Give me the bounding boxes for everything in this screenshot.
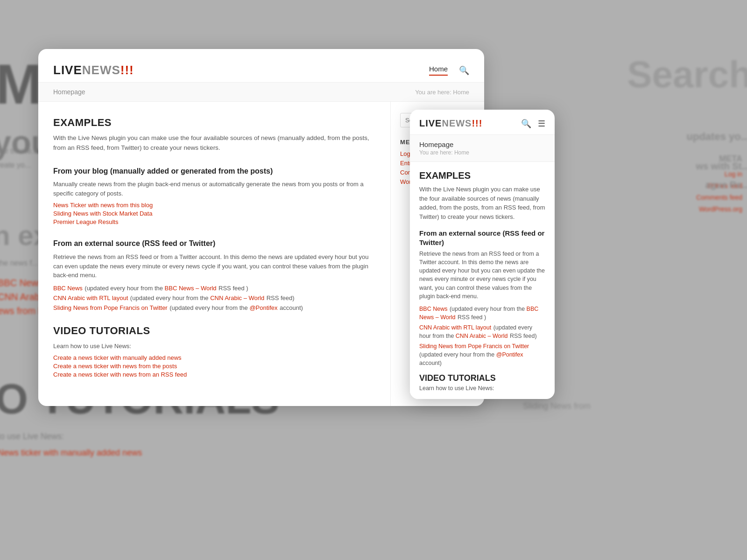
bbc-mid: (updated every hour from the [85, 285, 164, 292]
mobile-cnn-line: CNN Arabic with RTL layout (updated ever… [419, 323, 545, 340]
logo-exclaim-text: !!! [120, 63, 134, 77]
mobile-menu-icon[interactable]: ☰ [538, 119, 545, 129]
bbc-world-link[interactable]: BBC News – World [165, 285, 217, 292]
desktop-header: LIVE NEWS !!! Home 🔍 [38, 49, 484, 83]
mobile-cnn-end: RSS feed) [510, 333, 537, 339]
mobile-cnn-world-link[interactable]: CNN Arabic – World [456, 333, 508, 339]
mobile-cnn-link[interactable]: CNN Arabic with RTL layout [419, 324, 491, 331]
cnn-world-link[interactable]: CNN Arabic – World [210, 294, 264, 301]
mobile-window: LIVE NEWS !!! 🔍 ☰ Homepage You are here:… [410, 110, 555, 399]
video-section: VIDEO TUTORIALS Learn how to use Live Ne… [53, 325, 375, 378]
pontifex-link[interactable]: @Pontifex [249, 304, 277, 311]
from-blog-desc: Manually create news from the plugin bac… [53, 180, 375, 198]
mobile-breadcrumb-sub: You are here: Home [419, 149, 545, 156]
search-icon[interactable]: 🔍 [459, 65, 469, 76]
mobile-bbc-line: BBC News (updated every hour from the BB… [419, 304, 545, 321]
mobile-sliding-link[interactable]: Sliding News from Pope Francis on Twitte… [419, 343, 529, 350]
logo-live-text: LIVE [53, 63, 82, 77]
mobile-external-desc: Retrieve the news from an RSS feed or fr… [419, 250, 545, 301]
sliding-mid: (updated every hour from the [169, 304, 249, 311]
from-blog-link2[interactable]: Sliding News with Stock Market Data [53, 210, 375, 217]
video-link1[interactable]: Create a news ticker with manually added… [53, 354, 375, 361]
nav-home-link[interactable]: Home [429, 65, 448, 76]
bg-meta-comments: Comments feed [696, 194, 742, 201]
desktop-breadcrumb-bar: Homepage You are here: Home [38, 83, 484, 102]
bg-right-sliding2: ague Re... [705, 180, 747, 190]
external-title: From an external source (RSS feed or Twi… [53, 238, 375, 249]
sliding-line: Sliding News from Pope Francis on Twitte… [53, 303, 375, 312]
cnn-line: CNN Arabic with RTL layout (updated ever… [53, 294, 375, 302]
mobile-examples-desc: With the Live News plugin you can make u… [419, 185, 545, 221]
mobile-bbc-end: RSS feed ) [458, 314, 486, 321]
cnn-link[interactable]: CNN Arabic with RTL layout [53, 294, 128, 301]
bg-sliding-news: Sliding News from [523, 401, 591, 411]
mobile-pontifex-link[interactable]: @Pontifex [496, 351, 523, 358]
mobile-bbc-link[interactable]: BBC News [419, 306, 447, 312]
desktop-main-content: EXAMPLES With the Live News plugin you c… [38, 102, 391, 406]
bg-text-desc1: our theme... [0, 147, 37, 155]
video-link3[interactable]: Create a news ticker with news from an R… [53, 371, 375, 378]
bg-red-rss: BBC News [0, 278, 43, 288]
sliding-link[interactable]: Sliding News from Pope Francis on Twitte… [53, 304, 168, 311]
mobile-examples-title: EXAMPLES [419, 170, 545, 181]
sliding-end: account) [280, 304, 303, 311]
mobile-body: EXAMPLES With the Live News plugin you c… [410, 162, 555, 399]
mobile-breadcrumb: Homepage You are here: Home [410, 135, 555, 162]
video-title: VIDEO TUTORIALS [53, 325, 375, 337]
bbc-link[interactable]: BBC News [53, 285, 83, 292]
bg-text-rss1: the news f... [0, 259, 38, 267]
bg-right-updates: updates yo... [687, 131, 747, 143]
mobile-video-desc: Learn how to use Live News: [419, 385, 545, 392]
video-desc: Learn how to use Live News: [53, 342, 375, 351]
mobile-nav-icons: 🔍 ☰ [521, 119, 545, 129]
mobile-sliding-mid: (updated every hour from the [419, 351, 496, 358]
from-blog-title: From your blog (manually added or genera… [53, 166, 375, 176]
bg-text-desc2: reate yo... [0, 161, 31, 169]
bbc-line: BBC News (updated every hour from the BB… [53, 284, 375, 292]
external-section: From an external source (RSS feed or Twi… [53, 238, 375, 311]
from-blog-link1[interactable]: News Ticker with news from this blog [53, 202, 375, 209]
bg-text-ticker: News ticker with manually added news [0, 448, 142, 458]
mobile-bbc-mid: (updated every hour from the [450, 306, 527, 312]
bg-text-right: Search [627, 56, 747, 93]
video-link2[interactable]: Create a news ticker with news from the … [53, 363, 375, 370]
mobile-logo-news: NEWS [442, 118, 472, 129]
logo-news-text: NEWS [82, 63, 120, 77]
mobile-sliding-line: Sliding News from Pope Francis on Twitte… [419, 342, 545, 367]
mobile-external-title: From an external source (RSS feed or Twi… [419, 229, 545, 247]
desktop-logo: LIVE NEWS !!! [53, 63, 134, 77]
cnn-mid: (updated every hour from the [130, 294, 210, 301]
bg-meta-wordpress: WordPress.org [699, 205, 742, 213]
external-desc: Retrieve the news from an RSS feed or fr… [53, 252, 375, 280]
mobile-search-icon[interactable]: 🔍 [521, 119, 531, 129]
mobile-sliding-end: account) [419, 360, 442, 366]
examples-title: EXAMPLES [53, 117, 375, 129]
examples-section: EXAMPLES With the Live News plugin you c… [53, 117, 375, 153]
mobile-logo-live: LIVE [419, 118, 442, 129]
mobile-header: LIVE NEWS !!! 🔍 ☰ [410, 110, 555, 135]
breadcrumb-you-are-here: You are here: Home [415, 89, 469, 96]
bg-right-sliding1: ws with St... [696, 161, 747, 172]
mobile-video-title: VIDEO TUTORIALS [419, 373, 545, 383]
mobile-logo-exclaim: !!! [472, 118, 482, 129]
mobile-logo: LIVE NEWS !!! [419, 118, 482, 129]
bg-text-learn: to use Live News: [0, 432, 64, 441]
mobile-breadcrumb-main: Homepage [419, 140, 545, 148]
breadcrumb-homepage: Homepage [53, 88, 85, 96]
bbc-end: RSS feed ) [218, 285, 248, 292]
examples-desc: With the Live News plugin you can make u… [53, 133, 375, 153]
cnn-end: RSS feed) [267, 294, 295, 301]
mobile-external-section: From an external source (RSS feed or Twi… [419, 229, 545, 367]
desktop-nav: Home 🔍 [429, 65, 469, 76]
from-blog-link3[interactable]: Premier League Results [53, 218, 375, 225]
from-blog-section: From your blog (manually added or genera… [53, 166, 375, 226]
